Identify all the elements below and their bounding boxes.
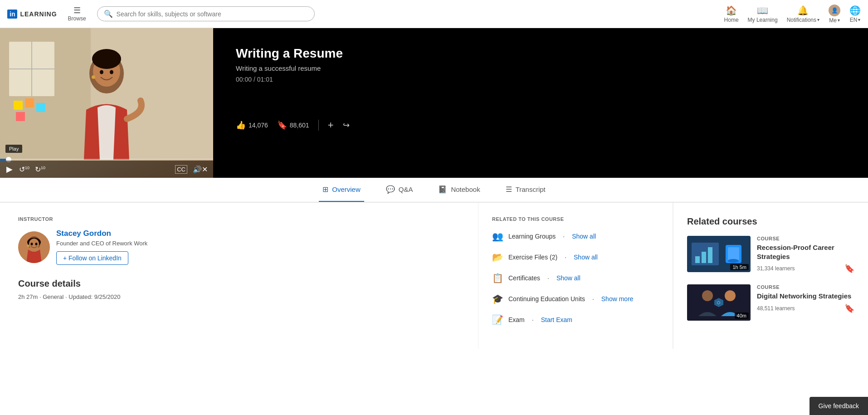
likes-value: 14,076 <box>249 122 268 129</box>
certificates-show-all[interactable]: Show all <box>556 274 580 282</box>
continuing-education-label: Continuing Education Units <box>508 295 585 303</box>
likes-count[interactable]: 👍 14,076 <box>236 120 268 130</box>
recession-proof-type: COURSE <box>757 236 854 241</box>
logo-in: in <box>7 10 17 19</box>
course-card-recession-proof: 1h 5m COURSE Recession-Proof Career Stra… <box>687 236 854 273</box>
tab-transcript[interactable]: ☰ Transcript <box>502 178 549 202</box>
rewind-button[interactable]: ↺10 <box>19 165 29 174</box>
svg-point-8 <box>100 70 103 74</box>
exercise-files-icon: 📂 <box>492 252 503 263</box>
nav-home[interactable]: 🏠 Home <box>724 5 739 23</box>
related-courses-panel: Related courses 1h 5m CO <box>673 203 868 349</box>
bookmarks-count[interactable]: 🔖 88,601 <box>277 120 309 130</box>
course-thumb-recession-proof[interactable]: 1h 5m <box>687 236 751 272</box>
share-button[interactable]: ↪ <box>343 120 350 130</box>
video-actions: 👍 14,076 🔖 88,601 + ↪ <box>236 119 845 131</box>
browse-label: Browse <box>68 15 86 22</box>
learning-groups-show-all[interactable]: Show all <box>572 233 596 240</box>
svg-rect-13 <box>36 103 45 112</box>
logo-learning: LEARNING <box>20 10 57 18</box>
svg-point-7 <box>92 49 121 69</box>
tab-overview[interactable]: ⊞ Overview <box>319 178 364 202</box>
digital-networking-type: COURSE <box>757 284 854 290</box>
tab-transcript-label: Transcript <box>516 186 546 193</box>
svg-point-30 <box>728 259 739 263</box>
nav-me[interactable]: 👤 Me ▾ <box>829 5 840 24</box>
recession-proof-name[interactable]: Recession-Proof Career Strategies <box>757 243 854 261</box>
globe-icon: 🌐 <box>849 5 861 16</box>
continuing-education-icon: 🎓 <box>492 293 503 304</box>
svg-point-20 <box>31 243 33 245</box>
play-badge: Play <box>5 145 22 153</box>
instructor-section: INSTRUCTOR <box>18 216 460 265</box>
digital-networking-bookmark[interactable]: 🔖 <box>844 303 854 313</box>
svg-point-22 <box>27 244 29 247</box>
menu-icon: ☰ <box>73 6 81 15</box>
play-button[interactable]: ▶ <box>5 163 14 175</box>
actions-divider <box>318 120 319 131</box>
certificates-label: Certificates <box>508 274 540 282</box>
exercise-files-show-all[interactable]: Show all <box>574 254 598 261</box>
notifications-label: Notifications <box>787 17 816 23</box>
svg-text:⬡: ⬡ <box>717 301 720 305</box>
transcript-icon: ☰ <box>506 185 512 194</box>
svg-rect-25 <box>695 256 700 263</box>
certificates-icon: 📋 <box>492 273 503 283</box>
related-continuing-education: 🎓 Continuing Education Units · Show more <box>492 293 659 304</box>
captions-button[interactable]: CC <box>175 165 187 174</box>
video-info: Writing a Resume Writing a successful re… <box>213 28 868 178</box>
video-player[interactable]: Play ▶ ↺10 ↻10 CC 🔊✕ <box>0 28 213 178</box>
home-label: Home <box>724 17 739 23</box>
digital-networking-name[interactable]: Digital Networking Strategies <box>757 292 854 301</box>
browse-button[interactable]: ☰ Browse <box>64 5 90 24</box>
tab-notebook[interactable]: 📓 Notebook <box>434 178 483 202</box>
chevron-down-icon: ▾ <box>817 17 819 22</box>
learning-groups-label: Learning Groups <box>508 233 556 240</box>
svg-rect-27 <box>708 247 712 263</box>
logo[interactable]: in LEARNING <box>7 10 57 19</box>
search-input[interactable] <box>117 10 308 18</box>
continuing-education-show-more[interactable]: Show more <box>601 295 634 303</box>
tab-notebook-label: Notebook <box>451 186 480 193</box>
my-learning-label: My Learning <box>748 17 778 23</box>
exam-start-link[interactable]: Start Exam <box>541 316 572 323</box>
video-controls: ▶ ↺10 ↻10 CC 🔊✕ <box>0 161 213 178</box>
exam-icon: 📝 <box>492 314 503 325</box>
mute-button[interactable]: 🔊✕ <box>193 165 208 174</box>
forward-button[interactable]: ↻10 <box>35 165 45 174</box>
time-separator: / <box>254 76 257 83</box>
chevron-down-icon-me: ▾ <box>838 18 840 23</box>
avatar: 👤 <box>829 5 840 16</box>
course-details-title: Course details <box>18 278 460 289</box>
svg-point-33 <box>725 290 736 301</box>
recession-proof-bookmark[interactable]: 🔖 <box>844 264 854 273</box>
related-courses-title: Related courses <box>687 216 854 227</box>
language-dropdown: EN ▾ <box>850 17 861 23</box>
video-thumbnail <box>0 28 213 178</box>
tab-qa[interactable]: 💬 Q&A <box>382 178 417 202</box>
related-learning-groups: 👥 Learning Groups · Show all <box>492 231 659 242</box>
book-icon: 📖 <box>757 5 768 16</box>
nav-notifications[interactable]: 🔔 Notifications ▾ <box>787 5 819 23</box>
svg-point-21 <box>35 243 38 245</box>
video-time: 00:00 / 01:01 <box>236 76 845 83</box>
course-details-meta: 2h 27m · General · Updated: 9/25/2020 <box>18 293 460 300</box>
add-button[interactable]: + <box>328 119 334 131</box>
course-thumb-digital-networking[interactable]: ⬡ 40m <box>687 284 751 321</box>
svg-rect-11 <box>14 101 23 110</box>
svg-rect-14 <box>16 112 25 121</box>
exercise-files-label: Exercise Files (2) <box>508 254 557 261</box>
svg-point-10 <box>92 75 95 79</box>
learning-groups-icon: 👥 <box>492 231 503 242</box>
digital-networking-duration: 40m <box>735 312 749 319</box>
header: in LEARNING ☰ Browse 🔍 🏠 Home 📖 My Learn… <box>0 0 868 28</box>
recession-proof-info: COURSE Recession-Proof Career Strategies… <box>757 236 854 273</box>
instructor-name[interactable]: Stacey Gordon <box>56 229 147 238</box>
nav-language[interactable]: 🌐 EN ▾ <box>849 5 861 23</box>
home-icon: 🏠 <box>726 5 737 16</box>
digital-networking-learners: 48,511 learners <box>757 305 795 312</box>
course-details-section: Course details 2h 27m · General · Update… <box>18 278 460 300</box>
follow-linkedin-button[interactable]: + Follow on LinkedIn <box>56 251 128 265</box>
nav-my-learning[interactable]: 📖 My Learning <box>748 5 778 23</box>
language-label: EN <box>850 17 858 23</box>
